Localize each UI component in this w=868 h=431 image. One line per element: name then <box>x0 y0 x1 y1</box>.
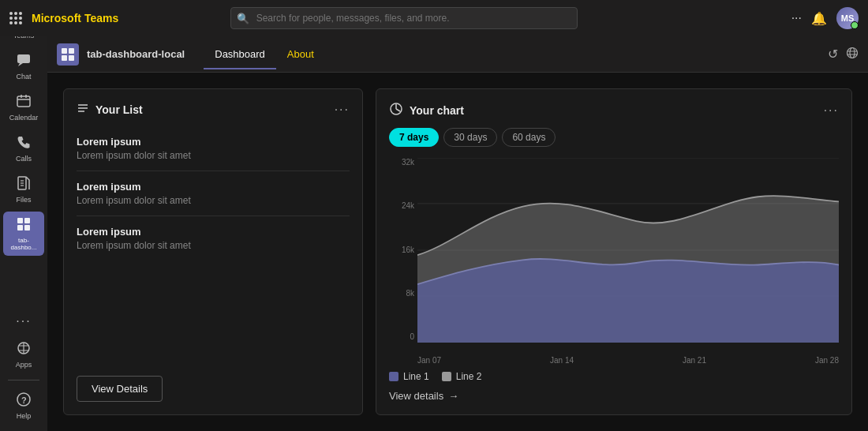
svg-point-26 <box>847 48 858 58</box>
tab-dashboard-icon <box>16 216 32 234</box>
list-item[interactable]: Lorem ipsum Lorem ipsum dolor sit amet <box>77 216 350 260</box>
list-item[interactable]: Lorem ipsum Lorem ipsum dolor sit amet <box>77 126 350 171</box>
svg-rect-24 <box>62 55 67 61</box>
topbar-right: ··· 🔔 MS <box>791 7 859 29</box>
svg-rect-17 <box>24 225 30 230</box>
legend-dot-line2 <box>442 372 451 381</box>
view-details-arrow-icon: → <box>448 390 458 402</box>
view-details-link-label: View details <box>389 390 443 402</box>
sidebar-item-files-label: Files <box>16 196 31 204</box>
sidebar-item-chat[interactable]: Chat <box>3 47 44 85</box>
list-item[interactable]: Lorem ipsum Lorem ipsum dolor sit amet <box>77 171 350 216</box>
sidebar-item-calls-label: Calls <box>16 155 32 163</box>
tab-bar: tab-dashboard-local Dashboard About ↺ <box>47 36 868 73</box>
list-item-title: Lorem ipsum <box>77 136 350 148</box>
svg-text:?: ? <box>21 395 27 405</box>
sidebar-item-files[interactable]: Files <box>3 171 44 208</box>
sidebar-more-button[interactable]: ··· <box>3 310 44 332</box>
list-item-subtitle: Lorem ipsum dolor sit amet <box>77 240 350 251</box>
chart-tab-60days[interactable]: 60 days <box>502 128 556 147</box>
legend-item-line1: Line 1 <box>389 371 429 382</box>
more-dots-icon: ··· <box>16 315 31 328</box>
list-item-subtitle: Lorem ipsum dolor sit amet <box>77 195 350 206</box>
list-items: Lorem ipsum Lorem ipsum dolor sit amet L… <box>77 126 350 260</box>
tab-bar-right: ↺ <box>828 47 859 62</box>
tab-dashboard[interactable]: Dashboard <box>204 39 276 69</box>
chart-tab-30days[interactable]: 30 days <box>443 128 497 147</box>
reload-icon[interactable]: ↺ <box>828 47 838 62</box>
tab-app-name: tab-dashboard-local <box>87 48 185 60</box>
calls-icon <box>16 134 32 152</box>
svg-marker-5 <box>18 63 23 66</box>
calendar-icon <box>16 93 32 111</box>
chart-y-labels: 32k 24k 16k 8k 0 <box>389 158 417 341</box>
sidebar-item-tab-dashboard[interactable]: tab-dashbo... <box>3 212 44 256</box>
sidebar-item-chat-label: Chat <box>16 73 31 81</box>
chart-legend: Line 1 Line 2 <box>389 371 839 382</box>
topbar: Microsoft Teams 🔍 ··· 🔔 MS <box>0 0 868 36</box>
svg-rect-4 <box>17 54 30 63</box>
sidebar-item-calls[interactable]: Calls <box>3 129 44 167</box>
sidebar-item-calendar[interactable]: Calendar <box>3 88 44 126</box>
chat-icon <box>16 52 32 70</box>
apps-grid-icon[interactable] <box>9 12 22 24</box>
chart-tabs: 7 days 30 days 60 days <box>389 128 839 147</box>
svg-rect-6 <box>17 96 30 107</box>
svg-rect-22 <box>62 48 67 54</box>
chart-tab-7days[interactable]: 7 days <box>389 128 439 147</box>
app-title: Microsoft Teams <box>32 12 118 24</box>
svg-rect-16 <box>17 225 23 230</box>
svg-rect-14 <box>17 218 23 223</box>
search-bar: 🔍 <box>230 7 578 29</box>
list-card: Your List ··· Lorem ipsum Lorem ipsum do… <box>63 88 363 415</box>
chart-plot <box>417 158 839 343</box>
sidebar: Teams Chat Calendar Calls <box>0 0 47 431</box>
list-item-subtitle: Lorem ipsum dolor sit amet <box>77 150 350 161</box>
avatar[interactable]: MS <box>836 7 859 29</box>
list-icon <box>77 102 89 117</box>
view-details-link[interactable]: View details → <box>389 390 839 402</box>
chart-x-labels: Jan 07 Jan 14 Jan 21 Jan 28 <box>417 356 839 365</box>
svg-rect-15 <box>24 218 30 223</box>
chart-card-title: Your chart <box>389 102 464 118</box>
view-details-section: View Details <box>77 363 350 402</box>
sidebar-item-help[interactable]: ? Help <box>3 387 44 425</box>
sidebar-item-help-label: Help <box>17 412 32 420</box>
chart-area: 32k 24k 16k 8k 0 <box>389 158 839 365</box>
view-details-button[interactable]: View Details <box>77 376 163 402</box>
search-input[interactable] <box>230 7 578 29</box>
apps-icon <box>16 340 32 358</box>
legend-item-line2: Line 2 <box>442 371 482 382</box>
sidebar-item-tab-dashboard-label: tab-dashbo... <box>6 237 41 251</box>
app-icon-box <box>57 43 79 66</box>
legend-label-line1: Line 1 <box>403 371 429 382</box>
more-options-icon[interactable]: ··· <box>791 11 802 25</box>
list-card-menu[interactable]: ··· <box>335 103 350 117</box>
chart-card-menu[interactable]: ··· <box>824 103 839 118</box>
search-icon: 🔍 <box>237 13 249 24</box>
avatar-initials: MS <box>841 13 855 23</box>
files-icon <box>16 175 32 193</box>
svg-rect-23 <box>69 48 74 54</box>
help-icon: ? <box>16 392 32 410</box>
chart-card: Your chart ··· 7 days 30 days 60 days 32… <box>376 88 852 415</box>
list-item-title: Lorem ipsum <box>77 226 350 238</box>
list-item-title: Lorem ipsum <box>77 181 350 193</box>
chart-icon <box>389 102 403 118</box>
globe-icon[interactable] <box>846 47 859 62</box>
tab-about[interactable]: About <box>276 39 325 69</box>
legend-dot-line1 <box>389 372 398 381</box>
notification-bell-icon[interactable]: 🔔 <box>811 11 827 26</box>
sidebar-item-apps[interactable]: Apps <box>3 335 44 373</box>
list-card-header: Your List ··· <box>77 102 350 117</box>
chart-card-header: Your chart ··· <box>389 102 839 118</box>
legend-label-line2: Line 2 <box>456 371 482 382</box>
main-container: tab-dashboard-local Dashboard About ↺ <box>47 36 868 431</box>
svg-point-27 <box>850 48 855 58</box>
sidebar-item-calendar-label: Calendar <box>9 114 39 122</box>
content-area: Your List ··· Lorem ipsum Lorem ipsum do… <box>47 73 868 431</box>
sidebar-item-apps-label: Apps <box>16 361 32 369</box>
svg-rect-25 <box>69 55 74 61</box>
list-card-title: Your List <box>77 102 143 117</box>
